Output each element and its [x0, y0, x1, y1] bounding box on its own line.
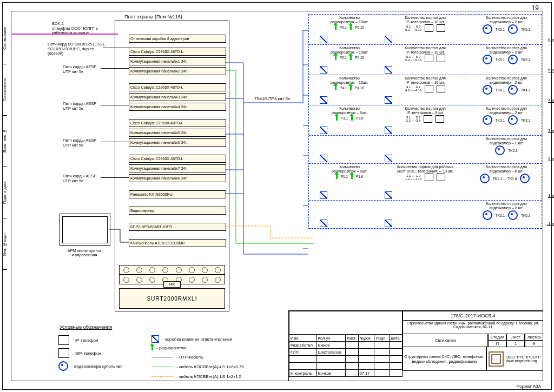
rack-pdu — [119, 265, 225, 275]
floor-column: Количество радиорозеток – 10шт.P6.1P6.10 — [314, 16, 385, 30]
floor-row: 6 этажКоличество радиорозеток – 10шт.P6.… — [309, 15, 542, 45]
ip-phone-icon — [436, 115, 444, 123]
rack-item: KVM консоль ATEN CL1000MR — [129, 239, 226, 247]
camera-icon — [483, 115, 492, 125]
camera-icon — [508, 210, 518, 220]
radio-socket-icon — [351, 115, 353, 121]
sheet-num: 1 — [506, 341, 525, 347]
floor-label: 4 этаж — [548, 98, 554, 103]
rack-item: Cisco Catalyst C2960X-48TD-L — [129, 48, 226, 56]
floor-row: 5 этажКоличество радиорозеток – 10шт.P5.… — [309, 45, 542, 75]
monitor-caption: АРМ мониторинга и управления — [62, 249, 107, 258]
floor-column: Количество портов для IP-телефонов – 10 … — [390, 76, 460, 92]
rack-item: Коммутационная панель№8 24п. — [129, 174, 226, 182]
ip-phone-icon — [58, 335, 69, 345]
ip-phone-icon — [437, 174, 445, 181]
company-name: ООО "РУСПРОЕКТ" www.rusproekt.org — [506, 355, 541, 363]
junction-box-icon — [320, 127, 327, 134]
legend-sip-phone: - SIP-телефон — [58, 348, 101, 358]
rack-item: Коммутационная панель№1 24п. — [129, 57, 226, 65]
floor-column: Количество портов для видеокамер – 2 шт.… — [471, 76, 542, 95]
legend-camera: - видеокамера купольная — [58, 361, 123, 371]
stage: П — [488, 341, 506, 347]
camera-icon — [508, 115, 518, 125]
side-label: Согласовано — [2, 13, 7, 64]
floor-label: 1 этаж — [548, 193, 554, 198]
radio-socket-icon — [350, 24, 352, 30]
format-label: Формат А3А — [516, 384, 541, 389]
rack-item: Panasonic KX-NS500RU — [129, 190, 226, 198]
rack-item: БПР2-ВРЭ/50АВТ-ЮПП — [129, 223, 226, 231]
ip-phone-icon — [437, 24, 445, 32]
rack-item: Cisco Catalyst C2960X-48TD-L — [129, 155, 226, 163]
radio-socket-icon — [350, 55, 352, 60]
note-patch-1: Патч корды AESP UTP кат 5е — [63, 65, 96, 74]
radio-socket-icon — [336, 115, 338, 121]
drawing-code: 178/С-2017-ИОС5.4 — [403, 311, 543, 321]
floor-column: Количество портов для видеокамер – 6 шт.… — [471, 165, 542, 183]
utp-line-icon — [151, 357, 173, 357]
section-title: Сети связи — [403, 334, 488, 347]
floor-column: Количество портов для видеокамер – 2 шт.… — [471, 202, 542, 220]
building-floors: 6 этажКоличество радиорозеток – 10шт.P6.… — [308, 14, 542, 229]
junction-box-icon — [385, 220, 392, 227]
rack-item: Cisco Catalyst C2960X-48TD-L — [129, 119, 226, 127]
camera-icon — [495, 145, 505, 155]
ip-phone-icon — [425, 85, 433, 92]
floor-row: 3 этажКоличество радиорозеток – 8шт.P3.1… — [309, 105, 542, 136]
ip-phone-icon — [437, 55, 445, 62]
junction-box-icon — [385, 191, 392, 199]
floor-column: Количество радиорозеток – 10шт.P4.1P4.10 — [314, 76, 385, 90]
note-patch-2: Патч корды AESP UTP кат 5е — [63, 102, 96, 111]
rack-item: Коммутационная панель№7 24п. — [129, 164, 226, 172]
floor-row: -1 этажКоличество портов для видеокамер … — [309, 201, 542, 229]
rack-item: Коммутационная панель№4 24п. — [129, 103, 226, 111]
side-label: Взам. инв. № — [2, 116, 7, 167]
page-number: 19 — [532, 4, 539, 12]
floor-column: Количество портов для IP-телефонов – 10 … — [390, 46, 460, 62]
junction-box-icon — [385, 36, 392, 43]
radio-socket-icon — [336, 174, 338, 179]
rack-ups: SURT2000RMXLI — [119, 288, 225, 309]
camera-icon — [508, 55, 518, 64]
camera-icon — [483, 210, 492, 220]
junction-box-icon — [320, 36, 327, 43]
camera-icon — [520, 174, 530, 183]
floor-label: 5 этаж — [548, 68, 554, 72]
camera-icon — [483, 55, 492, 64]
kpsv2-line-icon — [151, 376, 173, 377]
note-patch-4: Патч корды AESP UTP кат 5е — [63, 174, 96, 183]
floor-column: Количество портов для видеокамер – 2 шт.… — [471, 107, 542, 125]
junction-box-icon — [385, 96, 392, 104]
sheets-total: 9 — [525, 341, 543, 347]
monitor-workstation — [60, 214, 110, 246]
floor-label: 6 этаж — [548, 37, 554, 42]
side-label: Подп. и дата — [2, 167, 7, 218]
legend-ip-phone: - IP-телефон — [58, 335, 98, 345]
radio-socket-icon — [335, 85, 337, 90]
legend-kpsv2: - кабель КПСВВнг(А)-LS 1x2x1.5 — [151, 374, 241, 379]
side-label: Согласовано — [2, 64, 7, 116]
junction-box-icon — [320, 66, 327, 74]
floor-column: Количество портов для видеокамер – 2 шт.… — [471, 46, 542, 64]
ip-phone-icon — [424, 115, 432, 123]
floor-column: Количество портов для рабочих мест (ЛВС,… — [390, 165, 460, 181]
note-patch-fiber: Патч-корд ВО SM 9/125 (OS2), SC/UPC-SC/U… — [48, 42, 105, 56]
ip-phone-icon — [425, 174, 433, 181]
tb-hdr: Изм. — [289, 335, 317, 342]
rack-item-optical: Оптическая коробка 8 адаптеров — [129, 35, 226, 43]
floor-label: 2 этаж — [548, 156, 554, 161]
camera-icon — [508, 85, 518, 95]
camera-icon — [58, 361, 68, 371]
floor-column: Количество портов для видеокамер – 2 шт.… — [471, 16, 542, 34]
legend-title: Условные обозначения — [60, 324, 112, 330]
junction-box-icon — [320, 155, 327, 162]
floor-row: 1 этажКоличество радиорозеток – 6шт.P1.1… — [309, 164, 542, 201]
fiber-line — [12, 34, 118, 35]
junction-box-icon — [385, 155, 392, 162]
rack-item: Cisco Catalyst C2960X-48TD-L — [129, 83, 226, 91]
floor-label: -1 этаж — [546, 221, 554, 226]
floor-row: 4 этажКоличество радиорозеток – 10шт.P4.… — [309, 75, 542, 105]
radio-socket-icon — [151, 345, 153, 350]
kpsv1-line-icon — [151, 367, 173, 367]
